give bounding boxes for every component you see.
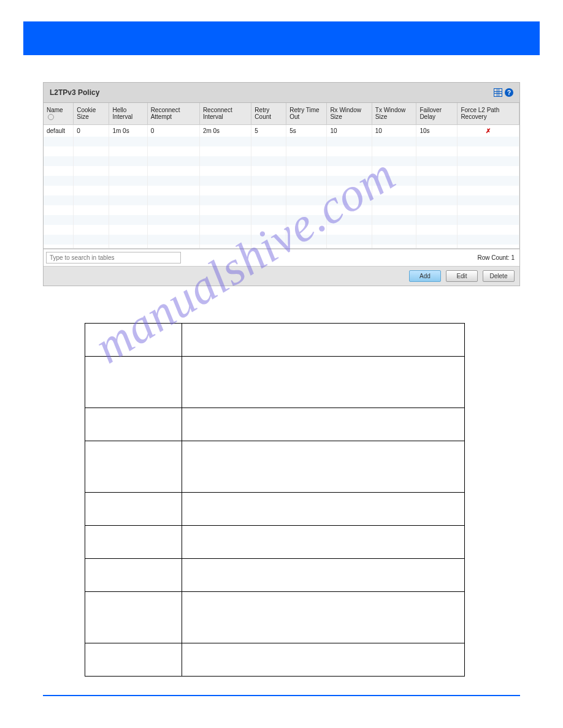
table-footer: Row Count: 1: [44, 249, 519, 266]
desc-row: [85, 493, 465, 526]
col-header-failover-delay[interactable]: Failover Delay: [416, 103, 458, 125]
desc-row: [85, 441, 465, 493]
row-count-value: 1: [511, 254, 515, 261]
col-header-rx-window[interactable]: Rx Window Size: [327, 103, 372, 125]
add-button[interactable]: Add: [409, 270, 441, 282]
help-icon[interactable]: ?: [505, 88, 513, 97]
desc-row: [85, 324, 465, 357]
delete-button[interactable]: Delete: [483, 270, 515, 282]
desc-row: [85, 526, 465, 559]
edit-button[interactable]: Edit: [446, 270, 478, 282]
col-header-tx-window[interactable]: Tx Window Size: [372, 103, 416, 125]
table-row: [44, 137, 519, 146]
table-row: [44, 146, 519, 156]
col-header-retry-count[interactable]: Retry Count: [251, 103, 286, 125]
table-row: [44, 156, 519, 166]
search-input[interactable]: [46, 252, 181, 264]
table-row: [44, 186, 519, 195]
table-row: [44, 176, 519, 186]
col-header-name[interactable]: Name: [44, 103, 74, 125]
l2tpv3-policy-panel: L2TPv3 Policy ? Name Cookie Size Hello I…: [43, 82, 520, 286]
table-header-row: Name Cookie Size Hello Interval Reconnec…: [44, 103, 519, 125]
col-header-retry-timeout[interactable]: Retry Time Out: [286, 103, 327, 125]
row-count: Row Count: 1: [477, 254, 515, 261]
table-options-icon[interactable]: [494, 88, 502, 97]
table-row: [44, 235, 519, 245]
row-count-label: Row Count:: [477, 254, 509, 261]
desc-row: [85, 408, 465, 441]
table-row: [44, 245, 519, 249]
cell-retry-timeout: 5s: [286, 125, 327, 137]
col-header-force-l2[interactable]: Force L2 Path Recovery: [458, 103, 519, 125]
cell-rx-window: 10: [327, 125, 372, 137]
cell-reconnect-attempt: 0: [147, 125, 199, 137]
cell-cookie-size: 0: [74, 125, 109, 137]
cell-failover-delay: 10s: [416, 125, 458, 137]
table-row: [44, 225, 519, 235]
col-header-cookie-size[interactable]: Cookie Size: [74, 103, 109, 125]
col-header-hello-interval[interactable]: Hello Interval: [109, 103, 147, 125]
policy-table: Name Cookie Size Hello Interval Reconnec…: [44, 103, 519, 249]
col-header-reconnect-interval[interactable]: Reconnect Interval: [199, 103, 251, 125]
panel-title-bar: L2TPv3 Policy ?: [44, 83, 519, 103]
table-row: [44, 195, 519, 205]
col-header-reconnect-attempt[interactable]: Reconnect Attempt: [147, 103, 199, 125]
cell-name: default: [44, 125, 74, 137]
table-row: [44, 166, 519, 176]
sort-asc-icon[interactable]: [48, 114, 54, 120]
col-header-name-label: Name: [47, 107, 63, 113]
policy-table-container: Name Cookie Size Hello Interval Reconnec…: [44, 103, 519, 249]
footer-rule: [43, 695, 520, 696]
desc-row: [85, 643, 465, 677]
cell-force-l2: ✗: [458, 125, 519, 137]
cell-retry-count: 5: [251, 125, 286, 137]
cell-tx-window: 10: [372, 125, 416, 137]
cell-hello-interval: 1m 0s: [109, 125, 147, 137]
desc-row: [85, 592, 465, 643]
desc-row: [85, 357, 465, 408]
button-row: Add Edit Delete: [44, 266, 519, 286]
table-row: [44, 215, 519, 225]
panel-title-text: L2TPv3 Policy: [50, 88, 99, 97]
description-table: [85, 323, 465, 677]
desc-row: [85, 559, 465, 592]
table-row[interactable]: default 0 1m 0s 0 2m 0s 5 5s 10 10 10s ✗: [44, 125, 519, 137]
table-row: [44, 205, 519, 215]
page-header-bar: [23, 21, 540, 55]
cell-reconnect-interval: 2m 0s: [199, 125, 251, 137]
